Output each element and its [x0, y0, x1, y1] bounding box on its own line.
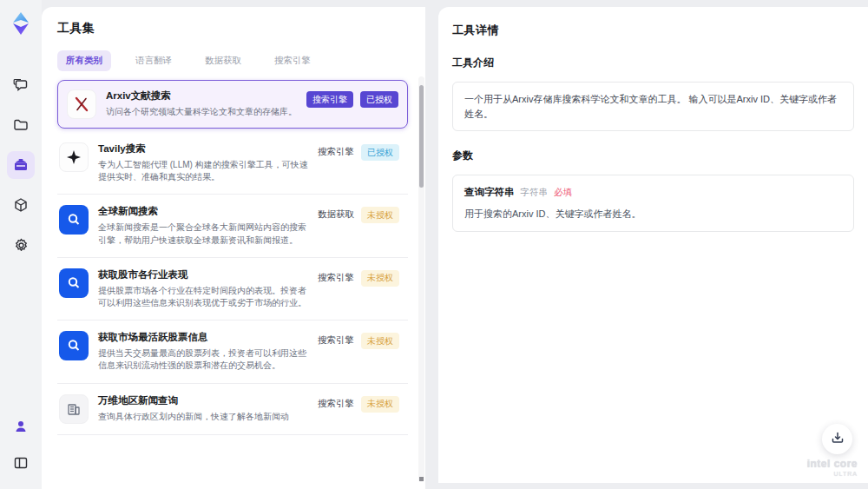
tab-search-engine[interactable]: 搜索引擎: [266, 50, 319, 71]
param-description: 用于搜索的Arxiv ID、关键字或作者姓名。: [464, 207, 842, 221]
tools-list-panel: 工具集 所有类别 语言翻译 数据获取 搜索引擎 Arxiv文献搜索 访问各个研究…: [42, 7, 425, 489]
download-button[interactable]: [822, 424, 852, 454]
tool-name: 获取股市各行业表现: [98, 268, 308, 281]
param-name: 查询字符串: [464, 185, 515, 200]
category-label: 搜索引擎: [318, 333, 354, 347]
intro-heading: 工具介绍: [452, 56, 854, 70]
detail-title: 工具详情: [452, 23, 854, 38]
panel-toggle-icon: [13, 455, 29, 471]
param-type: 字符串: [521, 186, 549, 200]
sidebar-item-files[interactable]: [7, 111, 35, 139]
page-title: 工具集: [57, 21, 408, 36]
auth-status-badge: 未授权: [361, 270, 399, 287]
tool-list-item-sector-performance[interactable]: 获取股市各行业表现 提供股票市场各个行业在特定时间段内的表现。投资者可以利用这些…: [57, 258, 408, 320]
news-search-logo-icon: [59, 205, 89, 235]
intel-core-logo: intel core ULTRA: [807, 459, 858, 477]
sidebar-item-models[interactable]: [7, 191, 35, 219]
category-label: 搜索引擎: [318, 396, 354, 410]
category-label: 搜索引擎: [318, 270, 354, 284]
folder-icon: [13, 117, 29, 133]
user-icon: [13, 419, 29, 434]
tool-description: 提供当天交易量最高的股票列表，投资者可以利用这些信息来识别流动性强的股票和潜在的…: [98, 347, 308, 372]
auth-status-badge: 已授权: [361, 144, 399, 161]
sidebar-item-user[interactable]: [7, 413, 35, 440]
intel-core-sub-label: ULTRA: [807, 471, 858, 477]
download-icon: [831, 431, 845, 448]
tool-list-item-regional-news[interactable]: 万维地区新闻查询 查询具体行政区划内的新闻，快速了解各地新闻动 搜索引擎 未授权: [57, 384, 408, 435]
app-sidebar: [0, 0, 42, 489]
tool-list: Arxiv文献搜索 访问各个研究领域大量科学论文和文章的存储库。 搜索引擎 已授…: [57, 80, 408, 435]
chat-icon: [13, 77, 29, 93]
tool-description: 专为人工智能代理 (LLM) 构建的搜索引擎工具，可快速提供实时、准确和真实的结…: [98, 159, 308, 183]
tab-data-fetching[interactable]: 数据获取: [196, 50, 250, 71]
tool-description: 全球新闻搜索是一个聚合全球各大新闻网站内容的搜索引擎，帮助用户快速获取全球最新资…: [98, 221, 308, 246]
active-stocks-logo-icon: [59, 331, 89, 360]
sidebar-item-tools[interactable]: [7, 151, 35, 179]
intel-core-wordmark: intel core: [807, 459, 858, 469]
tool-intro-text: 一个用于从Arxiv存储库搜索科学论文和文章的工具。 输入可以是Arxiv ID…: [464, 94, 837, 119]
tool-list-item-arxiv[interactable]: Arxiv文献搜索 访问各个研究领域大量科学论文和文章的存储库。 搜索引擎 已授…: [57, 80, 408, 129]
parameter-box: 查询字符串 字符串 必填 用于搜索的Arxiv ID、关键字或作者姓名。: [452, 175, 854, 232]
param-required-flag: 必填: [554, 186, 572, 200]
tool-intro-box: 一个用于从Arxiv存储库搜索科学论文和文章的工具。 输入可以是Arxiv ID…: [452, 82, 854, 131]
settings-icon: [13, 237, 30, 254]
tool-name: 获取市场最活跃股票信息: [98, 331, 308, 344]
regional-news-icon: [59, 394, 89, 424]
sidebar-item-chat[interactable]: [7, 71, 35, 99]
tool-list-item-tavily[interactable]: Tavily搜索 专为人工智能代理 (LLM) 构建的搜索引擎工具，可快速提供实…: [57, 132, 408, 195]
tab-language-translation[interactable]: 语言翻译: [127, 50, 181, 71]
scrollbar-thumb[interactable]: [419, 85, 424, 188]
cube-icon: [13, 197, 29, 213]
category-tabs: 所有类别 语言翻译 数据获取 搜索引擎: [57, 50, 408, 71]
list-scrollbar[interactable]: [418, 76, 424, 482]
category-label: 搜索引擎: [318, 144, 354, 158]
tool-name: Tavily搜索: [98, 142, 308, 155]
sparkle-icon: [59, 142, 89, 172]
sidebar-item-settings[interactable]: [7, 231, 35, 259]
toolbox-icon: [13, 157, 29, 173]
arxiv-logo-icon: [67, 89, 96, 119]
category-label: 数据获取: [318, 207, 354, 221]
tool-name: Arxiv文献搜索: [106, 89, 297, 102]
auth-status-badge: 已授权: [360, 91, 398, 108]
tool-description: 提供股票市场各个行业在特定时间段内的表现。投资者可以利用这些信息来识别表现优于或…: [98, 285, 308, 309]
app-logo[interactable]: [8, 10, 34, 36]
tool-name: 万维地区新闻查询: [98, 394, 308, 407]
tool-list-item-global-news[interactable]: 全球新闻搜索 全球新闻搜索是一个聚合全球各大新闻网站内容的搜索引擎，帮助用户快速…: [57, 195, 408, 257]
params-heading: 参数: [452, 149, 854, 163]
stock-sector-logo-icon: [59, 268, 89, 298]
auth-status-badge: 未授权: [361, 333, 399, 349]
tool-description: 访问各个研究领域大量科学论文和文章的存储库。: [106, 106, 297, 118]
tool-description: 查询具体行政区划内的新闻，快速了解各地新闻动: [98, 411, 308, 423]
auth-status-badge: 未授权: [361, 207, 399, 223]
tool-detail-panel: 工具详情 工具介绍 一个用于从Arxiv存储库搜索科学论文和文章的工具。 输入可…: [438, 7, 868, 483]
auth-status-badge: 未授权: [361, 396, 399, 413]
category-badge: 搜索引擎: [306, 91, 353, 108]
scrollbar-down-arrow[interactable]: [419, 477, 424, 481]
sidebar-item-collapse[interactable]: [7, 449, 35, 477]
tab-all-categories[interactable]: 所有类别: [57, 50, 111, 71]
tool-list-item-most-active-stocks[interactable]: 获取市场最活跃股票信息 提供当天交易量最高的股票列表，投资者可以利用这些信息来识…: [57, 320, 408, 383]
tool-name: 全球新闻搜索: [98, 205, 308, 218]
